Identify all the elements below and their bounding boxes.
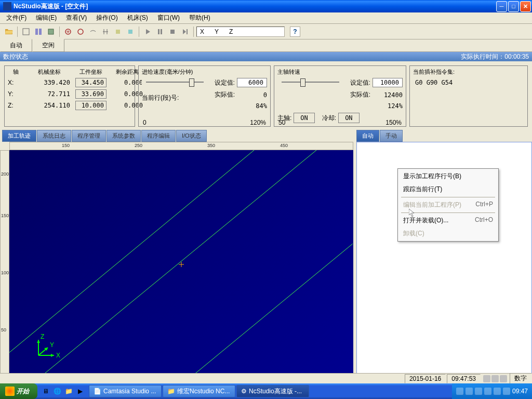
system-tray[interactable]: 09:47 [452,383,532,399]
svg-rect-0 [23,29,29,35]
mech-z: 254.110 [29,102,70,109]
tb-btn-9[interactable] [112,26,124,37]
work-x[interactable]: 34.450 [75,78,107,87]
right-tab-auto[interactable]: 自动 [356,130,379,142]
hdr-mech: 机械坐标 [29,68,70,76]
state-idle[interactable]: 空闲 [32,39,64,52]
svg-rect-10 [170,30,175,34]
nc-status-bar: 数控状态 实际执行时间：00:00:35 [0,52,532,61]
play-icon[interactable] [142,26,153,37]
right-content-area[interactable]: 显示加工程序行号(B) 跟踪当前行(T) 编辑当前加工程序(P)Ctrl+P 打… [356,142,532,385]
quick-launch-icon[interactable]: ▶ [75,386,85,396]
menu-file[interactable]: 文件(F) [2,12,31,23]
svg-rect-2 [39,29,42,35]
menu-operate[interactable]: 操作(O) [92,12,122,23]
feed-title: 进给速度(毫米/分钟) [142,68,267,76]
ctx-unload: 卸载(C) [399,227,497,240]
open-icon[interactable] [3,26,15,37]
maximize-button[interactable]: □ [508,1,519,12]
task-item[interactable]: ⚙NcStudio高速版 -... [236,385,309,397]
trajectory-viewport[interactable]: X Y Z [9,150,353,385]
status-time: 09:47:53 [447,374,481,383]
feed-set-val[interactable]: 6000 [237,78,267,87]
tab-program-mgmt[interactable]: 程序管理 [72,130,106,142]
toolbar: X Y Z ? [0,24,532,39]
quick-launch-icon[interactable]: 🖥 [41,386,51,396]
tb-btn-8[interactable] [100,26,111,37]
tab-trajectory[interactable]: 加工轨迹 [2,130,36,142]
hdr-work: 工件坐标 [75,68,107,76]
tb-btn-6[interactable] [75,26,86,37]
task-item[interactable]: 📄Camtasia Studio ... [89,385,162,397]
tray-icon[interactable] [466,388,473,395]
menu-view[interactable]: 查看(V) [62,12,91,23]
pause-icon[interactable] [154,26,166,37]
tab-io-status[interactable]: I/O状态 [176,130,207,142]
minimize-button[interactable]: ─ [496,1,507,12]
start-button[interactable]: 开始 [0,383,37,399]
tray-icon[interactable] [484,388,491,395]
tb-btn-7[interactable] [87,26,99,37]
state-row: 自动 空闲 [0,39,532,52]
tb-btn-5[interactable] [62,26,74,37]
state-auto[interactable]: 自动 [0,39,32,52]
menu-window[interactable]: 窗口(W) [153,12,184,23]
svg-line-14 [181,244,353,385]
svg-line-12 [9,150,254,374]
task-item[interactable]: 📁维宏Ncstudio NC... [163,385,235,397]
spindle-set-val[interactable]: 10000 [373,78,403,87]
status-bar: 2015-01-16 09:47:53 数字 [0,373,532,383]
menu-edit[interactable]: 编辑(E) [32,12,61,23]
step-icon[interactable] [179,26,191,37]
tray-icon[interactable] [475,388,482,395]
svg-rect-11 [187,29,188,34]
title-bar: NcStudio高速版 - [空文件] ─ □ ✕ [0,0,532,12]
tray-icon[interactable] [456,388,463,395]
status-icon [483,375,490,382]
taskbar: 开始 🖥 🌐 📁 ▶ 📄Camtasia Studio ... 📁维宏Ncstu… [0,383,532,399]
window-title: NcStudio高速版 - [空文件] [14,2,496,11]
ruler-horizontal: 150 250 350 450 [9,142,353,150]
svg-marker-20 [37,340,40,343]
close-button[interactable]: ✕ [520,1,531,12]
svg-rect-9 [161,29,162,34]
axis-z: Z: [8,102,23,109]
ctx-show-line-no[interactable]: 显示加工程序行号(B) [399,170,497,183]
stop-icon[interactable] [167,26,178,37]
work-z[interactable]: 10.000 [75,101,107,110]
mech-x: 339.420 [29,79,70,86]
menu-help[interactable]: 帮助(H) [185,12,215,23]
tray-icon[interactable] [503,388,510,395]
tb-btn-3[interactable] [33,26,44,37]
ctx-track-current[interactable]: 跟踪当前行(T) [399,183,497,196]
help-icon[interactable]: ? [290,26,300,37]
menu-bar: 文件(F) 编辑(E) 查看(V) 操作(O) 机床(S) 窗口(W) 帮助(H… [0,12,532,24]
context-menu: 显示加工程序行号(B) 跟踪当前行(T) 编辑当前加工程序(P)Ctrl+P 打… [397,168,499,242]
feed-slider[interactable] [142,77,208,87]
svg-marker-16 [51,354,54,357]
svg-point-5 [78,29,83,34]
menu-machine[interactable]: 机床(S) [123,12,152,23]
axis-x: X: [8,79,23,86]
tab-program-edit[interactable]: 程序编辑 [141,130,176,142]
tab-sys-params[interactable]: 系统参数 [107,130,141,142]
quick-launch-icon[interactable]: 📁 [63,386,74,396]
tb-btn-10[interactable] [125,26,136,37]
status-date: 2015-01-16 [405,374,446,383]
svg-rect-3 [48,29,54,34]
tb-btn-2[interactable] [20,26,32,37]
coord-x: X [200,28,204,35]
work-y[interactable]: 33.690 [75,89,107,99]
exec-time: 00:00:35 [504,53,529,60]
tab-syslog[interactable]: 系统日志 [37,130,71,142]
cursor-icon [409,209,417,217]
right-tab-manual[interactable]: 手动 [380,130,403,142]
windows-logo-icon [5,387,15,396]
tb-btn-4[interactable] [45,26,57,37]
svg-text:X: X [56,352,60,359]
app-icon [3,2,11,10]
tray-icon[interactable] [494,388,501,395]
svg-rect-6 [116,30,120,34]
quick-launch-icon[interactable]: 🌐 [52,386,62,396]
spindle-slider[interactable] [277,77,343,87]
